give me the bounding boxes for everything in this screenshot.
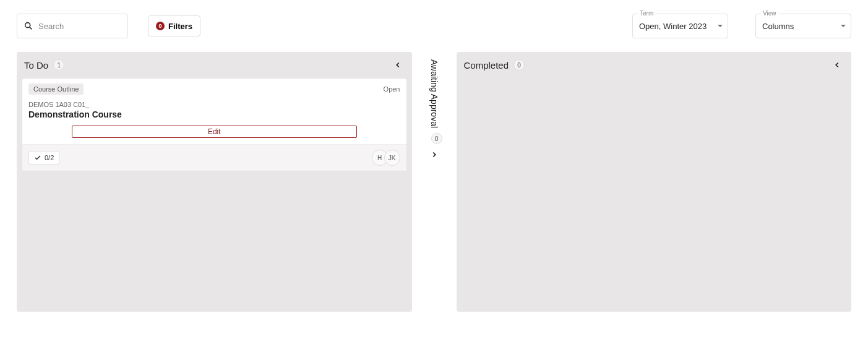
expand-button[interactable] bbox=[428, 148, 441, 163]
check-icon bbox=[34, 154, 41, 161]
view-select[interactable]: View Columns bbox=[755, 14, 851, 38]
chevron-down-icon bbox=[841, 25, 846, 27]
search-field[interactable] bbox=[17, 14, 128, 38]
count-badge: 0 bbox=[431, 133, 442, 144]
course-code: DEMOS 1A03 C01_ bbox=[22, 98, 406, 108]
view-label: View bbox=[761, 10, 778, 17]
filters-label: Filters bbox=[168, 22, 192, 31]
course-card[interactable]: Course Outline Open DEMOS 1A03 C01_ Demo… bbox=[22, 78, 407, 171]
avatars: H JK bbox=[372, 150, 400, 166]
column-header-todo: To Do 1 bbox=[17, 52, 412, 78]
column-header-completed: Completed 0 bbox=[457, 52, 852, 78]
collapse-button[interactable] bbox=[830, 58, 844, 72]
checklist-pill[interactable]: 0/2 bbox=[28, 151, 59, 165]
search-icon bbox=[24, 21, 33, 31]
card-tag: Course Outline bbox=[28, 83, 84, 95]
svg-line-1 bbox=[30, 27, 32, 30]
column-title: Completed bbox=[464, 60, 509, 71]
collapse-button[interactable] bbox=[391, 58, 405, 72]
avatar[interactable]: JK bbox=[384, 150, 400, 166]
term-select[interactable]: Term Open, Winter 2023 bbox=[632, 14, 728, 38]
card-footer: 0/2 H JK bbox=[22, 144, 406, 171]
column-title: Awaiting Approval bbox=[429, 59, 439, 128]
column-completed: Completed 0 bbox=[457, 52, 852, 312]
count-badge: 1 bbox=[53, 59, 64, 71]
course-title: Demonstration Course bbox=[22, 108, 406, 126]
term-value: Open, Winter 2023 bbox=[639, 22, 707, 31]
chevron-left-icon bbox=[393, 61, 402, 69]
chevron-left-icon bbox=[833, 61, 841, 69]
filters-count-badge: 0 bbox=[156, 22, 165, 30]
search-input[interactable] bbox=[37, 21, 121, 32]
toolbar: 0 Filters Term Open, Winter 2023 View Co… bbox=[0, 0, 868, 52]
view-value: Columns bbox=[762, 22, 794, 31]
term-label: Term bbox=[638, 10, 655, 17]
column-awaiting-approval: Awaiting Approval 0 bbox=[423, 52, 445, 312]
card-status: Open bbox=[384, 85, 400, 93]
chevron-right-icon bbox=[430, 150, 439, 159]
chevron-down-icon bbox=[718, 25, 723, 27]
edit-button[interactable]: Edit bbox=[72, 126, 357, 138]
checklist-count: 0/2 bbox=[45, 154, 54, 161]
svg-point-0 bbox=[25, 23, 30, 28]
filters-button[interactable]: 0 Filters bbox=[148, 15, 200, 36]
board: To Do 1 Course Outline Open DEMOS 1A03 C… bbox=[0, 52, 868, 324]
column-todo: To Do 1 Course Outline Open DEMOS 1A03 C… bbox=[17, 52, 412, 312]
count-badge: 0 bbox=[513, 59, 525, 71]
card-header: Course Outline Open bbox=[22, 79, 406, 98]
column-title: To Do bbox=[24, 60, 48, 71]
